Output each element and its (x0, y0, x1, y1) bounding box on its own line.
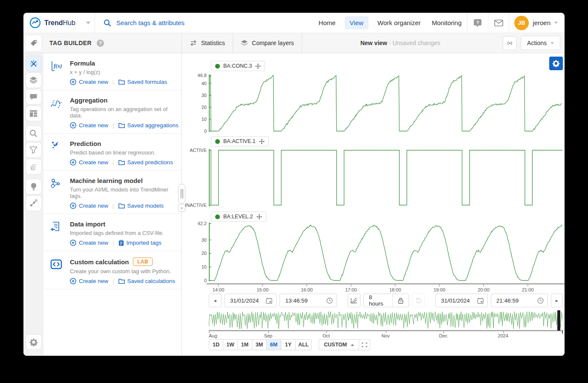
divider: | (112, 122, 114, 129)
rail-item-search[interactable] (26, 126, 42, 141)
saved-models-link[interactable]: Saved models (118, 203, 164, 209)
end-date-field[interactable]: 31/01/2024 (435, 294, 488, 307)
folder-icon (118, 79, 125, 85)
trend-compare-button[interactable] (348, 294, 360, 307)
tag-chip-conc[interactable]: BA:CONC.3 (211, 61, 265, 71)
y-tick-label: 30 (202, 237, 207, 243)
brand-chevron-down-icon[interactable] (86, 22, 90, 24)
nav-item-monitoring[interactable]: Monitoring (432, 19, 461, 26)
duration-field[interactable]: 8 hours (364, 294, 393, 307)
custom-range-button[interactable]: CUSTOM (319, 339, 359, 350)
create-new-link[interactable]: Create new (70, 203, 108, 209)
rail-item-filter[interactable] (26, 142, 42, 158)
live-broadcast-button[interactable] (503, 36, 517, 50)
saved-formulas-link[interactable]: Saved formulas (118, 79, 167, 85)
mail-button[interactable] (488, 13, 509, 33)
move-icon (259, 139, 265, 144)
section-prediction: Prediction Predict based on linear regre… (43, 134, 182, 171)
tag-tool-button[interactable] (25, 35, 42, 51)
lock-duration-button[interactable] (392, 294, 409, 307)
create-new-link[interactable]: Create new (70, 122, 108, 129)
help-button[interactable]: ? (467, 13, 488, 33)
y-tick-label: 0 (204, 278, 207, 283)
search-icon (104, 19, 111, 27)
end-time-field[interactable]: 21:46:59 (491, 294, 548, 307)
fit-frame-button[interactable] (359, 339, 370, 350)
divider: | (112, 203, 114, 209)
trend-plot-conc[interactable] (209, 74, 562, 132)
trend-plot-active[interactable] (209, 149, 562, 206)
zoom-1w-button[interactable]: 1W (223, 339, 238, 350)
username: jeroen (533, 19, 551, 26)
reset-time-button[interactable] (412, 294, 425, 307)
context-overview-band[interactable] (209, 311, 562, 330)
time-tick-label: 17:00 (345, 287, 357, 292)
saved-predictions-link[interactable]: Saved predictions (118, 159, 173, 166)
lab-badge: LAB (133, 257, 153, 266)
saved-aggregations-link[interactable]: Saved aggregations (118, 122, 179, 129)
compare-layers-button[interactable]: Compare layers (233, 33, 302, 53)
create-new-link[interactable]: Create new (70, 79, 108, 85)
tag-chip-level[interactable]: BA:LEVEL.2 (211, 212, 266, 222)
user-chevron-down-icon (554, 22, 558, 24)
create-new-link[interactable]: Create new (70, 240, 108, 246)
clock-icon (537, 297, 544, 304)
y-tick-label: 46.8 (198, 73, 207, 78)
custom-calculation-icon (50, 257, 70, 284)
calendar-icon (266, 297, 272, 304)
tag-chip-active[interactable]: BA:ACTIVE.1 (211, 136, 269, 146)
zoom-1d-button[interactable]: 1D (209, 339, 223, 350)
start-date-field[interactable]: 31/01/2024 (225, 294, 277, 307)
statistics-button[interactable]: Statistics (182, 33, 233, 53)
rail-item-recommendations[interactable] (26, 179, 42, 194)
swap-arrows-icon (190, 40, 197, 46)
formula-icon: f(x) (50, 60, 70, 85)
nav-item-work-organizer[interactable]: Work organizer (378, 19, 421, 26)
panel-close-button[interactable]: × (178, 204, 185, 212)
funnel-icon (29, 146, 37, 154)
imported-tags-link[interactable]: Imported tags (118, 240, 162, 246)
shift-back-button[interactable]: ◂ (209, 294, 222, 307)
zoom-all-button[interactable]: ALL (296, 339, 311, 350)
svg-text:f(x): f(x) (54, 63, 62, 69)
section-data-import: Data import Imported tags defined from a… (43, 214, 182, 251)
time-tick-label: 14:00 (213, 287, 225, 292)
start-time-field[interactable]: 13:46:59 (280, 294, 337, 307)
splitter-handle[interactable] (178, 184, 185, 203)
context-selection-handle[interactable] (557, 310, 560, 331)
zoom-3m-button[interactable]: 3M (252, 339, 267, 350)
trend-plot-level[interactable] (209, 223, 562, 281)
folder-icon (118, 160, 125, 165)
folder-icon (118, 278, 125, 284)
time-tick-label: 15:00 (257, 287, 268, 292)
aggregation-icon (50, 97, 70, 129)
saved-calculations-link[interactable]: Saved calculations (118, 278, 176, 284)
context-tick-label: Sep (264, 333, 273, 338)
rail-item-comments[interactable] (26, 89, 42, 105)
chart-settings-button[interactable] (549, 57, 563, 70)
zoom-6m-button[interactable]: 6M (267, 339, 281, 350)
rail-item-magic-wand[interactable] (26, 56, 42, 71)
settings-button[interactable] (26, 334, 42, 350)
actions-button[interactable]: Actions (521, 36, 560, 50)
panel-help-icon[interactable]: ? (97, 40, 104, 47)
create-new-link[interactable]: Create new (70, 159, 108, 166)
rail-item-dashboard[interactable] (26, 106, 42, 121)
zoom-1y-button[interactable]: 1Y (281, 339, 296, 350)
zoom-1m-button[interactable]: 1M (238, 339, 252, 350)
chart-area: × BA:CONC.3 BA:ACTIVE.1 BA:LEVEL.2 (182, 53, 565, 356)
create-new-link[interactable]: Create new (70, 278, 108, 284)
rail-item-layers[interactable] (26, 72, 42, 88)
panel-splitter[interactable]: × (178, 184, 185, 212)
search-input[interactable] (115, 19, 235, 27)
user-menu[interactable]: JB jeroen (509, 16, 565, 30)
nav-item-home[interactable]: Home (319, 19, 336, 26)
y-tick-label: 42.2 (198, 221, 207, 226)
nav-item-view[interactable]: View (345, 16, 369, 29)
brand[interactable]: TrendHub (23, 13, 95, 33)
rail-item-share-graph[interactable] (26, 195, 42, 211)
tool-rail (23, 53, 43, 356)
share-nodes-icon (29, 199, 37, 207)
rail-item-fingerprint[interactable] (26, 159, 42, 174)
shift-forward-button[interactable]: ▸ (551, 294, 562, 307)
